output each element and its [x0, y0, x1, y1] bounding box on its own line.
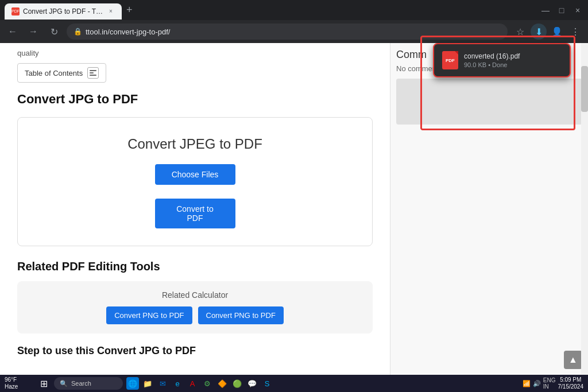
page-heading: Convert JPG to PDF [17, 92, 373, 107]
taskbar-right: 📶 🔊 ENGIN 5:09 PM 7/15/2024 [523, 377, 583, 390]
related-card: Related Calculator Convert PNG to PDF Co… [17, 281, 373, 333]
download-meta: 90.0 KB • Done [464, 61, 562, 68]
download-item[interactable]: PDF converted (16).pdf 90.0 KB • Done [442, 51, 562, 69]
tab-title: Convert JPG to PDF - T Tool [23, 7, 103, 15]
menu-button[interactable]: ⋮ [567, 24, 583, 40]
toc-line-3 [90, 75, 96, 76]
taskbar-app-edge[interactable]: 🌐 [126, 377, 139, 390]
toc-icon [87, 67, 99, 79]
toc-line-2 [90, 72, 94, 73]
search-icon: 🔍 [60, 380, 68, 387]
taskbar-temp: 96°F [5, 377, 33, 383]
right-sidebar: Comm No comment [390, 43, 588, 375]
page-layout: quality Table of Contents Convert JPG to… [0, 43, 588, 375]
related-card-title: Related Calculator [26, 290, 363, 300]
converter-title: Convert JPEG to PDF [29, 135, 361, 153]
tab-list: PDF Convert JPG to PDF - T Tool × + [5, 0, 537, 20]
forward-button[interactable]: → [25, 24, 41, 40]
address-bar-row: ← → ↻ 🔒 ttool.in/convert-jpg-to-pdf/ ☆ ⬇… [0, 20, 588, 43]
convert-to-pdf-button[interactable]: Convert to PDF [155, 199, 235, 228]
address-bar-actions: ☆ ⬇ 👤 ⋮ [512, 24, 583, 40]
back-button[interactable]: ← [5, 24, 21, 40]
scrollbar-thumb[interactable] [581, 66, 588, 112]
date-display: 7/15/2024 [558, 383, 584, 390]
tab-favicon: PDF [11, 7, 20, 15]
close-button[interactable]: × [572, 6, 583, 15]
convert-png-pdf-btn-2[interactable]: Convert PNG to PDF [198, 306, 284, 324]
sys-tray: 📶 🔊 [523, 380, 541, 387]
download-popup: PDF converted (16).pdf 90.0 KB • Done [433, 43, 571, 77]
taskbar-app-app1[interactable]: 🔶 [216, 377, 229, 390]
lang-indicator: ENGIN [543, 377, 556, 390]
converter-card: Convert JPEG to PDF Choose Files Convert… [17, 117, 373, 246]
taskbar-apps: 🌐 📁 ✉ e A ⚙ 🔶 🟢 💬 S [126, 377, 519, 390]
related-heading: Related PDF Editing Tools [17, 260, 373, 273]
taskbar-app-app2[interactable]: 🟢 [231, 377, 243, 390]
bookmark-button[interactable]: ☆ [512, 24, 528, 40]
vertical-scrollbar[interactable] [581, 43, 588, 375]
new-tab-button[interactable]: + [122, 4, 137, 16]
convert-png-pdf-btn-1[interactable]: Convert PNG to PDF [106, 306, 192, 324]
volume-icon: 🔊 [533, 380, 541, 387]
start-button[interactable]: ⊞ [37, 377, 51, 390]
step-heading: Step to use this Convert JPG to PDF [17, 345, 373, 357]
refresh-button[interactable]: ↻ [46, 24, 62, 40]
taskbar-weather: 96°F Haze [5, 377, 33, 390]
quality-label: quality [17, 49, 373, 57]
search-text: Search [71, 380, 91, 387]
taskbar: 96°F Haze ⊞ 🔍 Search 🌐 📁 ✉ e A ⚙ 🔶 🟢 💬 S… [0, 375, 588, 392]
browser-tab-bar: PDF Convert JPG to PDF - T Tool × + — □ … [0, 0, 588, 20]
taskbar-time: 5:09 PM 7/15/2024 [558, 377, 584, 390]
maximize-button[interactable]: □ [556, 6, 567, 15]
taskbar-app-app3[interactable]: 💬 [246, 377, 258, 390]
taskbar-app-skype[interactable]: S [261, 377, 273, 390]
taskbar-app-ms-edge[interactable]: e [171, 377, 184, 390]
taskbar-search[interactable]: 🔍 Search [54, 377, 123, 390]
download-info: converted (16).pdf 90.0 KB • Done [464, 52, 562, 68]
scroll-to-top-button[interactable]: ▲ [564, 351, 582, 369]
taskbar-condition: Haze [5, 383, 33, 390]
comment-placeholder [396, 79, 582, 125]
taskbar-app-explorer[interactable]: 📁 [141, 377, 154, 390]
taskbar-app-adobe[interactable]: A [186, 377, 199, 390]
toc-button[interactable]: Table of Contents [17, 63, 106, 83]
minimize-button[interactable]: — [540, 6, 551, 15]
url-text: ttool.in/convert-jpg-to-pdf/ [86, 28, 170, 36]
toc-label: Table of Contents [25, 69, 83, 77]
address-bar[interactable]: 🔒 ttool.in/convert-jpg-to-pdf/ [67, 24, 508, 40]
time-display: 5:09 PM [558, 377, 584, 383]
download-filename: converted (16).pdf [464, 52, 562, 60]
choose-files-button[interactable]: Choose Files [155, 164, 235, 185]
pdf-icon: PDF [442, 51, 458, 69]
pdf-label: PDF [446, 58, 455, 63]
taskbar-app-chrome[interactable]: ⚙ [201, 377, 214, 390]
network-icon: 📶 [523, 380, 531, 387]
lock-icon: 🔒 [74, 28, 82, 36]
related-buttons: Convert PNG to PDF Convert PNG to PDF [26, 306, 363, 324]
taskbar-app-mail[interactable]: ✉ [156, 377, 169, 390]
profile-button[interactable]: 👤 [549, 24, 565, 40]
tab-close-button[interactable]: × [107, 7, 115, 15]
active-tab[interactable]: PDF Convert JPG to PDF - T Tool × [5, 3, 122, 20]
download-button[interactable]: ⬇ [531, 24, 547, 40]
content-area: quality Table of Contents Convert JPG to… [0, 43, 390, 375]
toc-line-1 [90, 70, 96, 71]
